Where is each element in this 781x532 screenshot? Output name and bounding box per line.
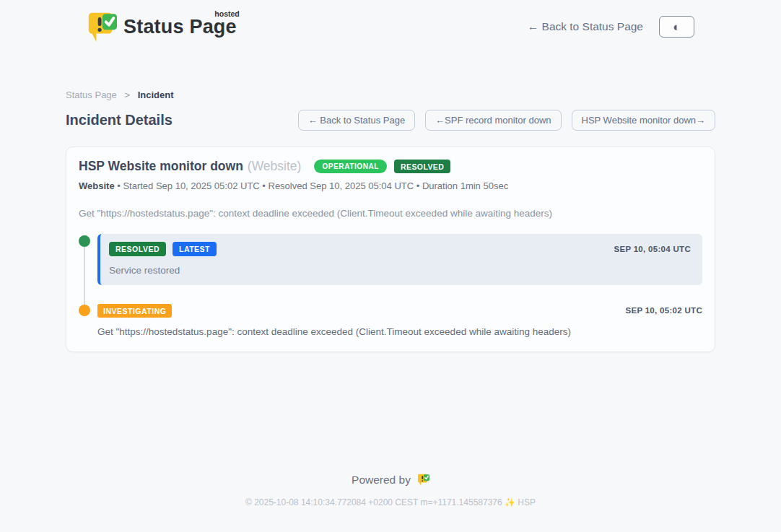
incident-description: Get "https://hostedstatus.page": context… bbox=[79, 208, 702, 219]
back-to-status-page-button[interactable]: ← Back to Status Page bbox=[298, 110, 415, 131]
timeline-entry-investigating: INVESTIGATING SEP 10, 05:02 UTC Get "htt… bbox=[79, 303, 702, 338]
timeline-latest-badge: LATEST bbox=[173, 242, 217, 256]
timeline-investigating-badge: INVESTIGATING bbox=[97, 304, 172, 318]
powered-by-label: Powered by bbox=[352, 474, 411, 487]
resolved-status-badge: RESOLVED bbox=[394, 160, 450, 174]
incident-title: HSP Website monitor down bbox=[79, 159, 243, 174]
speech-bubble-check-icon bbox=[416, 473, 429, 487]
header-back-link[interactable]: ← Back to Status Page bbox=[528, 20, 643, 33]
main-content: Status Page > Incident Incident Details … bbox=[66, 90, 715, 352]
incident-scope: (Website) bbox=[248, 159, 302, 174]
prev-incident-button[interactable]: ←SPF record monitor down bbox=[425, 110, 561, 131]
next-incident-button[interactable]: HSP Website monitor down→ bbox=[572, 110, 715, 131]
brand-logo[interactable]: Status Page hosted bbox=[85, 10, 237, 43]
operational-status-badge: OPERATIONAL bbox=[314, 160, 387, 173]
timeline-entry-resolved: RESOLVED LATEST SEP 10, 05:04 UTC Servic… bbox=[79, 234, 702, 285]
resolved-dot-icon bbox=[79, 235, 90, 247]
incident-nav-buttons: ← Back to Status Page ←SPF record monito… bbox=[298, 110, 715, 131]
timeline-message: Get "https://hostedstatus.page": context… bbox=[97, 326, 702, 337]
powered-by-link[interactable]: Powered by bbox=[352, 473, 429, 487]
header: Status Page hosted ← Back to Status Page… bbox=[0, 0, 781, 43]
footer: Powered by © 2025-10-08 14:10:34.772084 … bbox=[0, 473, 781, 507]
timeline-timestamp: SEP 10, 05:04 UTC bbox=[614, 245, 691, 253]
breadcrumb: Status Page > Incident bbox=[66, 90, 715, 100]
latest-update-box: RESOLVED LATEST SEP 10, 05:04 UTC Servic… bbox=[97, 234, 702, 285]
speech-bubble-check-icon bbox=[85, 10, 117, 43]
incident-timeline: RESOLVED LATEST SEP 10, 05:04 UTC Servic… bbox=[79, 234, 702, 337]
timeline-message: Service restored bbox=[109, 265, 691, 276]
incident-meta-details: • Started Sep 10, 2025 05:02 UTC • Resol… bbox=[115, 180, 509, 191]
timeline-timestamp: SEP 10, 05:02 UTC bbox=[625, 306, 702, 315]
breadcrumb-incident: Incident bbox=[138, 90, 174, 100]
breadcrumb-status-page[interactable]: Status Page bbox=[66, 90, 117, 100]
incident-meta: Website • Started Sep 10, 2025 05:02 UTC… bbox=[79, 180, 702, 191]
breadcrumb-separator: > bbox=[124, 90, 130, 100]
timeline-resolved-badge: RESOLVED bbox=[109, 242, 166, 256]
incident-service: Website bbox=[79, 180, 115, 191]
incident-card: HSP Website monitor down (Website) OPERA… bbox=[66, 147, 715, 352]
theme-toggle-button[interactable]: ◐ bbox=[659, 16, 694, 38]
half-circle-contrast-icon: ◐ bbox=[673, 21, 680, 33]
copyright-text: © 2025-10-08 14:10:34.772084 +0200 CEST … bbox=[0, 497, 781, 507]
brand-superscript: hosted bbox=[214, 9, 239, 18]
brand-name: Status Page bbox=[123, 16, 237, 38]
investigating-dot-icon bbox=[79, 305, 90, 316]
page-title: Incident Details bbox=[66, 112, 173, 128]
